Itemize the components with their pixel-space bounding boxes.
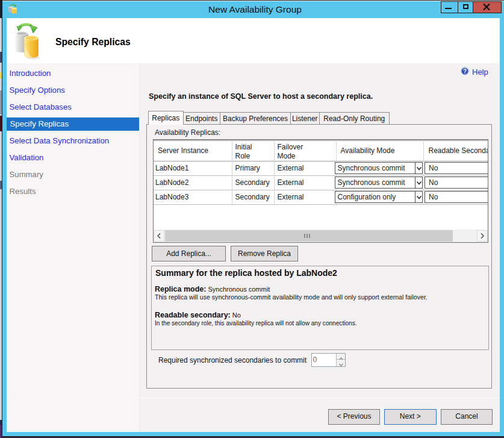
svg-text:?: ? (463, 68, 467, 75)
